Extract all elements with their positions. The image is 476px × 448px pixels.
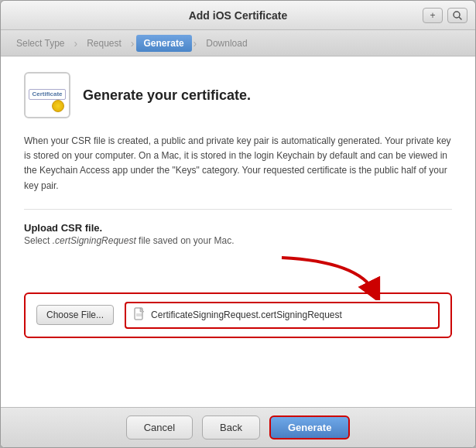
title-bar: Add iOS Certificate + (1, 1, 475, 30)
step-select-type-label: Select Type (9, 35, 72, 52)
arrow-1: › (74, 37, 77, 50)
content-area: Certificate Generate your certificate. W… (1, 56, 475, 407)
arrow-container (24, 254, 452, 300)
file-name: CertificateSigningRequest.certSigningReq… (151, 309, 342, 320)
cancel-button[interactable]: Cancel (126, 416, 193, 439)
cert-icon: Certificate (24, 72, 70, 118)
arrow-3: › (193, 37, 197, 50)
step-download-label: Download (198, 35, 255, 52)
file-entry: CertificateSigningRequest.certSigningReq… (125, 302, 440, 329)
arrow-2: › (131, 37, 135, 50)
step-generate-label: Generate (136, 35, 192, 52)
upload-sublabel-file: .certSigningRequest (53, 235, 136, 246)
main-window: Add iOS Certificate + Select Type › Requ… (0, 0, 476, 448)
upload-label: Upload CSR file. (24, 222, 452, 234)
step-download: Download (198, 35, 255, 52)
step-request: Request (79, 35, 129, 52)
svg-line-1 (460, 17, 462, 19)
svg-point-0 (454, 12, 460, 18)
divider (24, 209, 452, 210)
generate-button[interactable]: Generate (269, 416, 350, 439)
cert-icon-badge (52, 100, 64, 112)
upload-sublabel: Select .certSigningRequest file saved on… (24, 235, 452, 246)
file-icon (134, 307, 145, 323)
choose-file-button[interactable]: Choose File... (36, 305, 114, 325)
step-generate: Generate (136, 35, 192, 52)
step-select-type: Select Type (9, 35, 72, 52)
red-arrow-svg (251, 254, 406, 300)
content-title: Generate your certificate. (83, 87, 251, 104)
title-bar-actions: + (423, 8, 467, 23)
window-title: Add iOS Certificate (189, 9, 288, 22)
search-button[interactable] (447, 8, 467, 23)
cert-icon-text: Certificate (29, 89, 65, 101)
upload-sublabel-prefix: Select (24, 235, 53, 246)
step-request-label: Request (79, 35, 129, 52)
add-button[interactable]: + (423, 8, 443, 23)
footer: Cancel Back Generate (1, 407, 475, 447)
back-button[interactable]: Back (202, 416, 260, 439)
content-header: Certificate Generate your certificate. (24, 72, 452, 118)
upload-section: Upload CSR file. Select .certSigningRequ… (24, 222, 452, 338)
upload-sublabel-suffix: file saved on your Mac. (136, 235, 235, 246)
description-text: When your CSR file is created, a public … (24, 134, 452, 193)
step-bar: Select Type › Request › Generate › Downl… (1, 30, 475, 56)
